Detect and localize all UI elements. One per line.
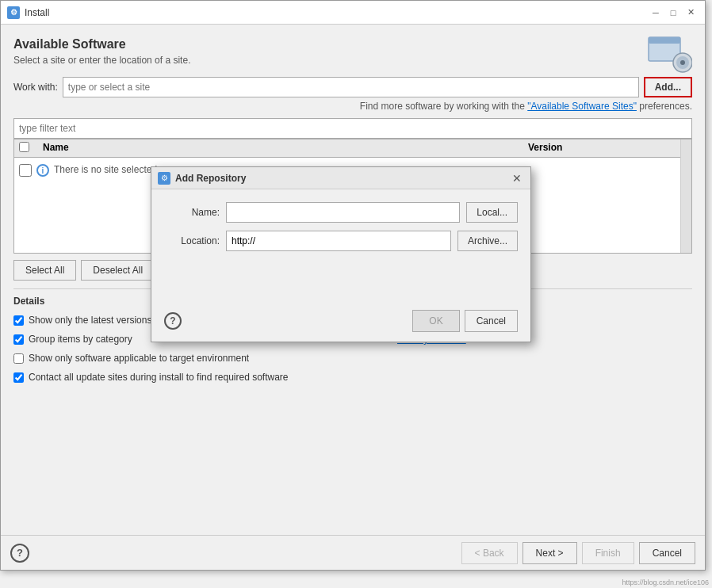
footer-bar: ? < Back Next > Finish Cancel <box>1 535 705 570</box>
checkbox-update-sites: Contact all update sites during install … <box>13 372 345 383</box>
cb-update-sites[interactable] <box>13 372 24 383</box>
info-icon: i <box>36 164 49 177</box>
minimize-button[interactable]: ─ <box>648 5 664 21</box>
help-button[interactable]: ? <box>10 544 29 563</box>
filter-input[interactable] <box>13 118 692 139</box>
svg-rect-1 <box>649 37 680 44</box>
name-label: Name: <box>164 207 220 218</box>
next-button[interactable]: Next > <box>523 542 577 564</box>
modal-title-left: ⚙ Add Repository <box>158 172 246 185</box>
modal-help-button[interactable]: ? <box>164 312 182 330</box>
checkbox-target-env: Show only software applicable to target … <box>13 353 345 364</box>
ok-button[interactable]: OK <box>412 310 459 332</box>
location-label: Location: <box>164 235 220 246</box>
find-more-suffix: preferences. <box>637 101 692 112</box>
modal-icon: ⚙ <box>158 172 170 185</box>
local-button[interactable]: Local... <box>466 202 518 223</box>
window-title: Install <box>25 7 49 18</box>
add-button[interactable]: Add... <box>644 77 692 97</box>
cb-group-category[interactable] <box>13 334 24 345</box>
footer-nav: < Back Next > Finish Cancel <box>461 542 695 564</box>
svg-point-4 <box>680 60 685 65</box>
back-button[interactable]: < Back <box>461 542 518 564</box>
finish-button[interactable]: Finish <box>582 542 634 564</box>
find-more-row: Find more software by working with the "… <box>13 101 692 112</box>
title-bar-left: ⚙ Install <box>7 6 49 19</box>
title-controls: ─ □ ✕ <box>648 5 699 21</box>
deselect-all-button[interactable]: Deselect All <box>81 260 155 281</box>
cb-target-env[interactable] <box>13 353 24 364</box>
section-subtitle: Select a site or enter the location of a… <box>13 55 692 66</box>
modal-title-text: Add Repository <box>175 173 246 184</box>
name-input[interactable] <box>226 202 460 223</box>
modal-buttons: OK Cancel <box>412 310 518 332</box>
modal-spacer <box>164 259 518 291</box>
title-bar: ⚙ Install ─ □ ✕ <box>1 1 705 25</box>
cancel-button[interactable]: Cancel <box>639 542 695 564</box>
work-with-input[interactable] <box>63 77 639 97</box>
location-input[interactable] <box>226 231 451 251</box>
checkbox-empty <box>361 353 692 364</box>
table-header: Name Version <box>14 139 691 158</box>
modal-title-bar: ⚙ Add Repository ✕ <box>151 167 530 189</box>
th-check <box>19 142 43 155</box>
find-more-text: Find more software by working with the <box>360 101 527 112</box>
watermark: https://blog.csdn.net/ice106 <box>622 578 709 586</box>
install-icon <box>645 29 692 77</box>
cb-latest-versions[interactable] <box>13 315 24 326</box>
modal-cancel-button[interactable]: Cancel <box>465 310 518 332</box>
window-icon: ⚙ <box>7 6 20 19</box>
no-site-text: There is no site selected <box>54 164 157 175</box>
location-field-row: Location: Archive... <box>164 231 518 251</box>
row-checkbox[interactable] <box>19 164 32 177</box>
table-scrollbar[interactable] <box>680 139 691 253</box>
th-version: Version <box>528 142 687 155</box>
modal-footer: ? OK Cancel <box>151 304 530 342</box>
select-all-button[interactable]: Select All <box>13 260 76 281</box>
work-with-label: Work with: <box>13 82 58 93</box>
th-name: Name <box>43 142 528 155</box>
modal-close-button[interactable]: ✕ <box>510 171 524 185</box>
available-software-sites-link[interactable]: "Available Software Sites" <box>527 101 637 112</box>
select-all-checkbox[interactable] <box>19 142 29 152</box>
close-button[interactable]: ✕ <box>683 5 699 21</box>
name-field-row: Name: Local... <box>164 202 518 223</box>
add-repository-modal: ⚙ Add Repository ✕ Name: Local... Locati… <box>151 166 531 342</box>
maximize-button[interactable]: □ <box>665 5 681 21</box>
modal-body: Name: Local... Location: Archive... <box>151 189 530 304</box>
section-title: Available Software <box>13 37 692 52</box>
archive-button[interactable]: Archive... <box>457 231 518 251</box>
work-with-row: Work with: Add... <box>13 77 692 97</box>
